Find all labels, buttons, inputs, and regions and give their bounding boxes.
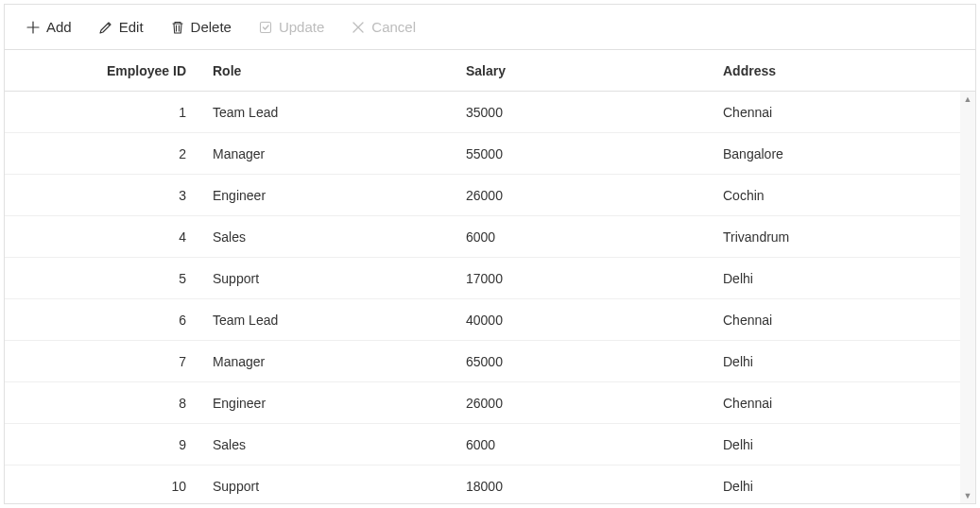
cell-role: Support <box>203 262 456 296</box>
cell-role: Sales <box>203 220 456 254</box>
table-row[interactable]: 5Support17000Delhi <box>5 258 975 299</box>
cell-salary: 26000 <box>456 178 714 212</box>
toolbar: Add Edit Delete Update Cancel <box>5 5 975 50</box>
cell-role: Engineer <box>203 386 456 420</box>
cell-salary: 6000 <box>456 428 714 462</box>
add-button[interactable]: Add <box>14 13 83 41</box>
cell-employee-id: 9 <box>5 428 203 462</box>
cell-employee-id: 4 <box>5 220 203 254</box>
cell-salary: 18000 <box>456 469 714 503</box>
data-grid: Add Edit Delete Update Cancel <box>4 4 976 504</box>
delete-label: Delete <box>191 19 232 35</box>
plus-icon <box>26 20 41 35</box>
svg-rect-0 <box>260 22 270 32</box>
column-header-salary[interactable]: Salary <box>456 52 714 90</box>
table-row[interactable]: 6Team Lead40000Chennai <box>5 299 975 341</box>
cell-salary: 65000 <box>456 345 714 379</box>
cell-address: Chennai <box>714 386 975 420</box>
table-row[interactable]: 9Sales6000Delhi <box>5 424 975 466</box>
table-row[interactable]: 4Sales6000Trivandrum <box>5 216 975 258</box>
scroll-down-icon[interactable]: ▼ <box>960 488 975 503</box>
pencil-icon <box>98 20 113 35</box>
close-icon <box>351 20 366 35</box>
cell-employee-id: 6 <box>5 303 203 337</box>
table-row[interactable]: 2Manager55000Bangalore <box>5 133 975 175</box>
cell-address: Delhi <box>714 345 975 379</box>
cell-address: Trivandrum <box>714 220 975 254</box>
table-row[interactable]: 1Team Lead35000Chennai <box>5 92 975 133</box>
cell-role: Team Lead <box>203 303 456 337</box>
cell-employee-id: 1 <box>5 95 203 129</box>
cancel-button[interactable]: Cancel <box>339 13 427 41</box>
cell-address: Delhi <box>714 469 975 503</box>
table-row[interactable]: 7Manager65000Delhi <box>5 341 975 382</box>
update-label: Update <box>279 19 324 35</box>
cell-address: Chennai <box>714 303 975 337</box>
cell-salary: 35000 <box>456 95 714 129</box>
column-header-employee-id[interactable]: Employee ID <box>5 52 203 90</box>
cell-role: Support <box>203 469 456 503</box>
column-header-row: Employee ID Role Salary Address <box>5 50 975 92</box>
grid-body: 1Team Lead35000Chennai2Manager55000Banga… <box>5 92 975 503</box>
cell-address: Chennai <box>714 95 975 129</box>
trash-icon <box>170 20 185 35</box>
cell-address: Delhi <box>714 428 975 462</box>
cell-salary: 40000 <box>456 303 714 337</box>
scrollbar[interactable]: ▲ ▼ <box>960 92 975 503</box>
column-header-role[interactable]: Role <box>203 52 456 90</box>
edit-label: Edit <box>119 19 144 35</box>
cell-role: Manager <box>203 345 456 379</box>
cancel-label: Cancel <box>371 19 416 35</box>
save-icon <box>258 20 273 35</box>
cell-address: Cochin <box>714 178 975 212</box>
cell-address: Delhi <box>714 262 975 296</box>
cell-employee-id: 3 <box>5 178 203 212</box>
scroll-up-icon[interactable]: ▲ <box>960 92 975 107</box>
edit-button[interactable]: Edit <box>87 13 155 41</box>
cell-employee-id: 8 <box>5 386 203 420</box>
column-header-address[interactable]: Address <box>714 52 975 90</box>
cell-salary: 26000 <box>456 386 714 420</box>
cell-employee-id: 2 <box>5 137 203 171</box>
cell-employee-id: 10 <box>5 469 203 503</box>
cell-role: Team Lead <box>203 95 456 129</box>
delete-button[interactable]: Delete <box>159 13 243 41</box>
cell-employee-id: 7 <box>5 345 203 379</box>
cell-address: Bangalore <box>714 137 975 171</box>
cell-employee-id: 5 <box>5 262 203 296</box>
cell-salary: 17000 <box>456 262 714 296</box>
cell-salary: 55000 <box>456 137 714 171</box>
table-row[interactable]: 10Support18000Delhi <box>5 466 975 503</box>
cell-salary: 6000 <box>456 220 714 254</box>
cell-role: Manager <box>203 137 456 171</box>
table-row[interactable]: 8Engineer26000Chennai <box>5 382 975 424</box>
cell-role: Engineer <box>203 178 456 212</box>
cell-role: Sales <box>203 428 456 462</box>
update-button[interactable]: Update <box>247 13 335 41</box>
add-label: Add <box>46 19 72 35</box>
table-row[interactable]: 3Engineer26000Cochin <box>5 175 975 216</box>
